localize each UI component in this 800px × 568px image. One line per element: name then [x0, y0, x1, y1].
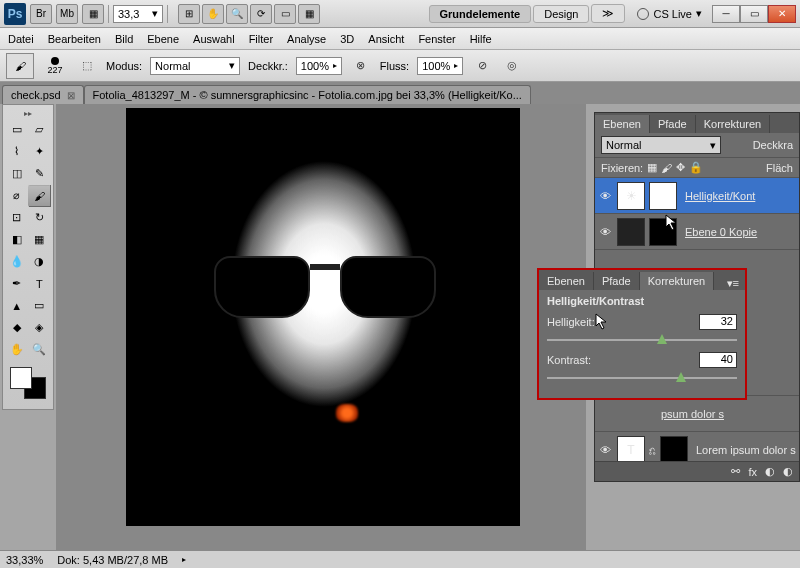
- arrange-icon[interactable]: ⊞: [178, 4, 200, 24]
- layer-mask[interactable]: [649, 182, 677, 210]
- tab-paths[interactable]: Pfade: [594, 272, 640, 290]
- zoom-tool[interactable]: 🔍: [28, 339, 51, 361]
- fx-icon[interactable]: fx: [748, 466, 757, 478]
- bridge-button[interactable]: Br: [30, 4, 52, 24]
- 3d-tool[interactable]: ◆: [6, 317, 29, 339]
- layer-name[interactable]: Ebene 0 Kopie: [679, 226, 757, 238]
- layer-blend-select[interactable]: Normal▾: [601, 136, 721, 154]
- menu-window[interactable]: Fenster: [418, 33, 455, 45]
- link-layers-icon[interactable]: ⚯: [731, 465, 740, 478]
- shape-tool[interactable]: ▭: [28, 295, 51, 317]
- layer-copy[interactable]: 👁 Ebene 0 Kopie: [595, 214, 799, 250]
- menu-layer[interactable]: Ebene: [147, 33, 179, 45]
- canvas[interactable]: [56, 104, 586, 550]
- tab-layers[interactable]: Ebenen: [539, 272, 594, 290]
- lock-position-icon[interactable]: ✥: [676, 161, 685, 174]
- menu-analysis[interactable]: Analyse: [287, 33, 326, 45]
- move-tool[interactable]: ▭: [6, 119, 29, 141]
- menu-view[interactable]: Ansicht: [368, 33, 404, 45]
- brightness-input[interactable]: 32: [699, 314, 737, 330]
- panel-menu-icon[interactable]: ▾≡: [721, 277, 745, 290]
- eyedropper-tool[interactable]: ✎: [28, 163, 51, 185]
- heal-tool[interactable]: ⌀: [6, 185, 29, 207]
- marquee-tool[interactable]: ▱: [28, 119, 51, 141]
- brush-panel-icon[interactable]: ⬚: [76, 55, 98, 77]
- wand-tool[interactable]: ✦: [28, 141, 51, 163]
- brightness-slider[interactable]: [547, 334, 737, 348]
- workspace-design[interactable]: Design: [533, 5, 589, 23]
- type-tool[interactable]: T: [28, 273, 51, 295]
- blend-mode-select[interactable]: Normal▾: [150, 57, 240, 75]
- rotate-icon[interactable]: ⟳: [250, 4, 272, 24]
- crop-tool[interactable]: ◫: [6, 163, 29, 185]
- visibility-icon[interactable]: 👁: [595, 190, 615, 202]
- color-swatch[interactable]: [8, 365, 48, 401]
- pressure-size-icon[interactable]: ◎: [501, 55, 523, 77]
- maximize-button[interactable]: ▭: [740, 5, 768, 23]
- minibridge-button[interactable]: Mb: [56, 4, 78, 24]
- minimize-button[interactable]: ─: [712, 5, 740, 23]
- menu-help[interactable]: Hilfe: [470, 33, 492, 45]
- layer-text-2[interactable]: psum dolor s: [595, 396, 799, 432]
- path-select-tool[interactable]: ▲: [6, 295, 29, 317]
- tab-adjustments[interactable]: Korrekturen: [640, 272, 714, 290]
- layer-mask[interactable]: [649, 218, 677, 246]
- brush-tool[interactable]: 🖌: [28, 185, 51, 207]
- 3d-camera-tool[interactable]: ◈: [28, 317, 51, 339]
- pressure-opacity-icon[interactable]: ⊗: [350, 55, 372, 77]
- blur-tool[interactable]: 💧: [6, 251, 29, 273]
- layer-name[interactable]: Helligkeit/Kont: [679, 190, 755, 202]
- layer-name[interactable]: psum dolor s: [655, 408, 724, 420]
- menu-image[interactable]: Bild: [115, 33, 133, 45]
- hand-tool[interactable]: ✋: [6, 339, 29, 361]
- gradient-tool[interactable]: ▦: [28, 229, 51, 251]
- layer-mask[interactable]: [660, 436, 688, 464]
- menu-file[interactable]: Datei: [8, 33, 34, 45]
- airbrush-icon[interactable]: ⊘: [471, 55, 493, 77]
- zoom-level[interactable]: 33,33%: [6, 554, 43, 566]
- lasso-tool[interactable]: ⌇: [6, 141, 29, 163]
- stamp-tool[interactable]: ⊡: [6, 207, 29, 229]
- extras-icon[interactable]: ▭: [274, 4, 296, 24]
- doc-size[interactable]: Dok: 5,43 MB/27,8 MB: [57, 554, 168, 566]
- menu-select[interactable]: Auswahl: [193, 33, 235, 45]
- menu-filter[interactable]: Filter: [249, 33, 273, 45]
- layer-brightness-contrast[interactable]: 👁 ☀ Helligkeit/Kont: [595, 178, 799, 214]
- workspace-more[interactable]: ≫: [591, 4, 625, 23]
- lock-pixels-icon[interactable]: 🖌: [661, 162, 672, 174]
- lock-all-icon[interactable]: 🔒: [689, 161, 703, 174]
- tab-adjustments[interactable]: Korrekturen: [696, 115, 770, 133]
- menu-edit[interactable]: Bearbeiten: [48, 33, 101, 45]
- menu-3d[interactable]: 3D: [340, 33, 354, 45]
- lock-transparent-icon[interactable]: ▦: [647, 161, 657, 174]
- close-icon[interactable]: ⊠: [67, 90, 75, 101]
- adjustment-layer-icon[interactable]: ◐: [783, 465, 793, 478]
- link-icon[interactable]: ⎌: [649, 444, 656, 456]
- doc-tab-1[interactable]: check.psd⊠: [2, 85, 84, 104]
- guides-icon[interactable]: ▦: [298, 4, 320, 24]
- close-button[interactable]: ✕: [768, 5, 796, 23]
- pen-tool[interactable]: ✒: [6, 273, 29, 295]
- workspace-essential[interactable]: Grundelemente: [429, 5, 532, 23]
- doc-tab-2[interactable]: Fotolia_4813297_M - © sumnersgraphicsinc…: [84, 85, 531, 104]
- flow-input[interactable]: 100%▸: [417, 57, 463, 75]
- contrast-input[interactable]: 40: [699, 352, 737, 368]
- eraser-tool[interactable]: ◧: [6, 229, 29, 251]
- tool-preset[interactable]: 🖌: [6, 53, 34, 79]
- dodge-tool[interactable]: ◑: [28, 251, 51, 273]
- hand-tool-icon[interactable]: ✋: [202, 4, 224, 24]
- tab-layers[interactable]: Ebenen: [595, 115, 650, 133]
- layer-name[interactable]: Lorem ipsum dolor s: [690, 444, 796, 456]
- screen-mode-button[interactable]: ▦: [82, 4, 104, 24]
- mask-icon[interactable]: ◐: [765, 465, 775, 478]
- opacity-input[interactable]: 100%▸: [296, 57, 342, 75]
- tab-paths[interactable]: Pfade: [650, 115, 696, 133]
- visibility-icon[interactable]: 👁: [595, 226, 615, 238]
- cslive-label[interactable]: CS Live: [653, 8, 692, 20]
- zoom-tool-icon[interactable]: 🔍: [226, 4, 248, 24]
- visibility-icon[interactable]: 👁: [595, 444, 615, 456]
- history-brush-tool[interactable]: ↻: [28, 207, 51, 229]
- contrast-slider[interactable]: [547, 372, 737, 386]
- zoom-dropdown[interactable]: 33,3▾: [113, 5, 163, 23]
- brush-preset[interactable]: 227: [42, 53, 68, 79]
